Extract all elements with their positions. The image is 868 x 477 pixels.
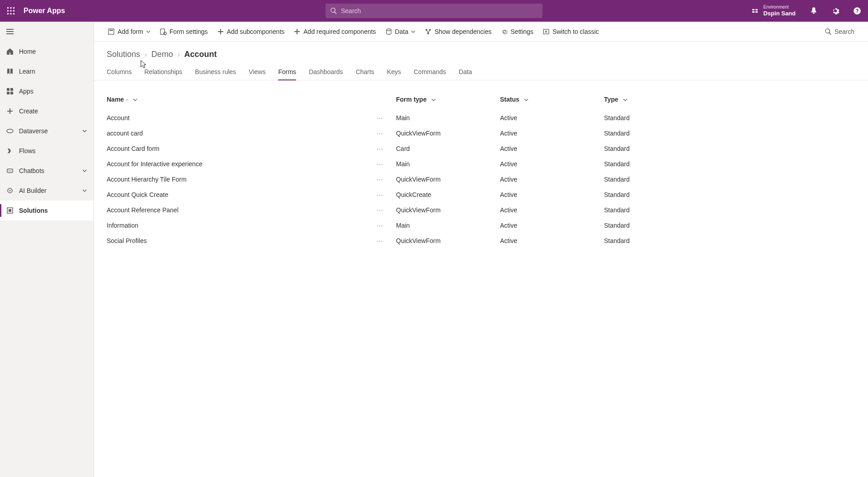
cell-name[interactable]: Account (107, 110, 373, 126)
cell-form-type: QuickViewForm (396, 233, 500, 248)
tab-views[interactable]: Views (242, 64, 272, 80)
cell-name[interactable]: account card (107, 126, 373, 141)
col-header-type[interactable]: Type (604, 91, 855, 110)
global-search[interactable] (326, 4, 542, 18)
settings-button[interactable]: Settings (496, 22, 538, 42)
svg-point-19 (10, 170, 11, 171)
cell-status: Active (500, 233, 604, 248)
learn-icon (6, 68, 14, 75)
sidebar-toggle[interactable] (0, 22, 94, 42)
help-button[interactable] (846, 0, 868, 22)
cell-type: Standard (604, 202, 855, 218)
row-actions-button[interactable]: ··· (377, 222, 391, 229)
tab-relationships[interactable]: Relationships (138, 64, 189, 80)
flows-icon (6, 147, 14, 154)
cell-name[interactable]: Account Reference Panel (107, 202, 373, 218)
svg-rect-1 (10, 7, 12, 9)
row-actions-button[interactable]: ··· (377, 206, 391, 214)
environment-value: Dspin Sand (763, 10, 796, 17)
cell-name[interactable]: Social Profiles (107, 233, 373, 248)
cmd-label: Add form (118, 28, 143, 35)
row-actions-button[interactable]: ··· (377, 191, 391, 198)
sidebar-item-chatbots[interactable]: Chatbots (0, 161, 94, 181)
sidebar-item-home[interactable]: Home (0, 42, 94, 61)
help-icon (853, 7, 861, 15)
cell-status: Active (500, 141, 604, 156)
tab-commands[interactable]: Commands (407, 64, 453, 80)
col-header-form-type[interactable]: Form type (396, 91, 500, 110)
cell-form-type: QuickCreate (396, 187, 500, 202)
table-row[interactable]: Account Hierarchy Tile Form···QuickViewF… (107, 172, 855, 187)
table-row[interactable]: Social Profiles···QuickViewFormActiveSta… (107, 233, 855, 248)
add-required-button[interactable]: Add required components (289, 22, 380, 42)
tab-forms[interactable]: Forms (272, 64, 302, 80)
add-form-button[interactable]: Add form (103, 22, 155, 42)
add-subcomponents-button[interactable]: Add subcomponents (212, 22, 289, 42)
cell-name[interactable]: Account Quick Create (107, 187, 373, 202)
cell-name[interactable]: Information (107, 218, 373, 233)
svg-rect-15 (10, 92, 13, 94)
row-actions-button[interactable]: ··· (377, 176, 391, 183)
tab-charts[interactable]: Charts (349, 64, 381, 80)
bell-icon (810, 7, 818, 15)
table-row[interactable]: account card···QuickViewFormActiveStanda… (107, 126, 855, 141)
sidebar-item-create[interactable]: Create (0, 101, 94, 121)
apps-icon (6, 88, 14, 95)
table-row[interactable]: Account Card form···CardActiveStandard (107, 141, 855, 156)
breadcrumb-solutions[interactable]: Solutions (107, 50, 140, 59)
table-row[interactable]: Account for Interactive experience···Mai… (107, 156, 855, 172)
show-dependencies-button[interactable]: Show dependencies (420, 22, 496, 42)
table-row[interactable]: Account···MainActiveStandard (107, 110, 855, 126)
cell-status: Active (500, 110, 604, 126)
sidebar-item-dataverse[interactable]: Dataverse (0, 121, 94, 141)
sidebar-item-apps[interactable]: Apps (0, 81, 94, 101)
switch-classic-button[interactable]: Switch to classic (538, 22, 604, 42)
settings-button[interactable] (825, 0, 846, 22)
search-input[interactable] (341, 7, 538, 14)
tab-keys[interactable]: Keys (381, 64, 407, 80)
tab-business-rules[interactable]: Business rules (189, 64, 242, 80)
col-header-name[interactable]: Name↑ (107, 91, 373, 110)
forms-table: Name↑ Form type Status (107, 91, 855, 248)
sidebar-item-flows[interactable]: Flows (0, 141, 94, 161)
plus-icon (217, 28, 224, 35)
table-row[interactable]: Account Reference Panel···QuickViewFormA… (107, 202, 855, 218)
row-actions-button[interactable]: ··· (377, 130, 391, 137)
chevron-down-icon (623, 98, 627, 102)
sidebar-item-label: Apps (19, 88, 33, 95)
cmdbar-search[interactable]: Search (820, 28, 859, 35)
table-row[interactable]: Information···MainActiveStandard (107, 218, 855, 233)
sort-asc-icon: ↑ (126, 97, 128, 103)
breadcrumb: Solutions › Demo › Account (107, 50, 855, 59)
table-row[interactable]: Account Quick Create···QuickCreateActive… (107, 187, 855, 202)
tab-columns[interactable]: Columns (107, 64, 138, 80)
cell-form-type: QuickViewForm (396, 172, 500, 187)
svg-point-16 (7, 129, 13, 133)
svg-rect-8 (13, 13, 14, 14)
chatbot-icon (6, 167, 14, 174)
cmd-label: Settings (510, 28, 533, 35)
form-settings-button[interactable]: Form settings (155, 22, 212, 42)
cell-name[interactable]: Account Card form (107, 141, 373, 156)
cell-status: Active (500, 126, 604, 141)
row-actions-button[interactable]: ··· (377, 237, 391, 244)
notifications-button[interactable] (803, 0, 825, 22)
cmd-label: Form settings (170, 28, 208, 35)
sidebar-item-learn[interactable]: Learn (0, 61, 94, 81)
cell-name[interactable]: Account Hierarchy Tile Form (107, 172, 373, 187)
data-button[interactable]: Data (381, 22, 420, 42)
row-actions-button[interactable]: ··· (377, 145, 391, 152)
sidebar-item-ai-builder[interactable]: AI Builder (0, 181, 94, 201)
row-actions-button[interactable]: ··· (377, 114, 391, 122)
cell-name[interactable]: Account for Interactive experience (107, 156, 373, 172)
col-header-status[interactable]: Status (500, 91, 604, 110)
tab-data[interactable]: Data (453, 64, 479, 80)
svg-rect-3 (7, 10, 9, 12)
tab-dashboards[interactable]: Dashboards (302, 64, 349, 80)
environment-picker[interactable]: Environment Dspin Sand (744, 0, 803, 22)
app-launcher-icon[interactable] (0, 0, 22, 22)
sidebar-item-solutions[interactable]: Solutions (0, 201, 94, 220)
row-actions-button[interactable]: ··· (377, 160, 391, 168)
breadcrumb-demo[interactable]: Demo (151, 50, 173, 59)
dataverse-icon (6, 127, 14, 135)
